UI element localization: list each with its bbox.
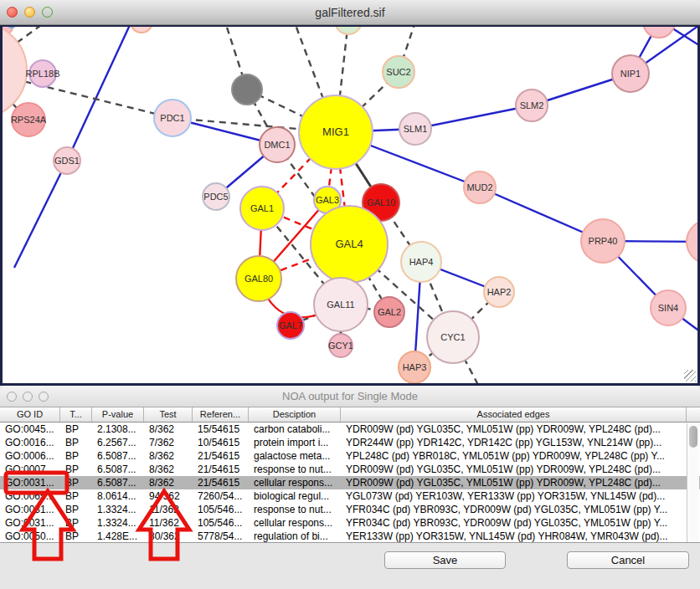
table-cell: GO:0031... [0,503,60,516]
table-cell: cellular respons... [249,516,341,530]
table-cell: GO:0031... [0,516,60,530]
table-cell: 1.428E... [92,530,144,543]
table-cell: 21/54615 [193,476,249,489]
table-row[interactable]: GO:0016...BP6.2567...7/36210/54615protei… [0,436,700,449]
graph-node-label: PDC5 [203,192,228,202]
graph-node-label: GAL1 [250,203,274,213]
graph-node[interactable] [643,27,675,38]
table-row[interactable]: GO:0006...BP6.5087...8/36221/54615galact… [0,449,700,463]
scrollbar-thumb[interactable] [689,426,697,448]
column-header-associated-edges[interactable]: Associated edges [341,407,687,422]
table-cell: GO:0016... [0,436,60,449]
table-cell: BP [60,436,92,449]
table-row[interactable]: GO:0045...BP2.1308...8/36215/54615carbon… [0,423,700,436]
table-cell: cellular respons... [249,476,341,489]
column-header-spacer [687,407,700,422]
graph-node-label: GAL10 [367,197,395,207]
graph-node-label: MUD2 [466,182,492,192]
table-cell: YDR244W (pp) YDR142C, YDR142C (pp) YGL15… [341,436,687,449]
graph-edge [415,105,532,129]
noa-window-titlebar[interactable]: NOA output for Single Mode [0,386,700,407]
table-cell: 6.5087... [92,463,144,476]
graph-node-label: GAL4 [335,238,363,250]
screen: galFiltered.sif RPL18BRPS24AGDS1PDC1MIG1… [0,0,700,589]
table-cell: BP [60,476,92,489]
graph-node-label: RPS24A [11,115,47,125]
table-cell: protein import i... [249,436,341,449]
table-cell: BP [60,449,92,463]
table-cell: YER133W (pp) YOR315W, YNL145W (pd) YHR08… [341,530,687,543]
network-view-frame: RPL18BRPS24AGDS1PDC1MIG1DMC1SUC2SLM1SLM2… [0,25,700,386]
network-window-titlebar[interactable]: galFiltered.sif [0,0,700,25]
graph-node-label: SIN4 [658,303,678,313]
graph-node-label: SLM1 [404,124,428,134]
table-cell: galactose meta... [249,449,341,463]
table-row[interactable]: GO:0031...BP6.5087...8/36221/54615cellul… [0,476,700,489]
graph-node-label: NIP1 [620,69,641,79]
table-cell: BP [60,423,92,436]
table-cell: 8/362 [144,476,193,489]
graph-node-label: PRP40 [589,236,618,246]
table-row[interactable]: GO:0031...BP1.3324...11/362105/546...res… [0,503,700,516]
graph-node-label: GAL11 [327,300,354,310]
table-row[interactable]: GO:0031...BP1.3324...11/362105/546...cel… [0,516,700,530]
graph-node-label: HAP4 [409,257,434,267]
column-header-t-[interactable]: T... [60,407,92,422]
table-cell: carbon cataboli... [249,423,341,436]
table-cell: 94/362 [144,489,193,503]
table-cell: response to nut... [249,463,341,476]
table-row[interactable]: GO:0065...BP8.0614...94/3627260/54...bio… [0,489,700,503]
table-cell: 6.5087... [92,476,144,489]
graph-node[interactable] [335,27,362,34]
table-cell: YDR009W (pd) YGL035C, YML051W (pp) YDR00… [341,463,687,476]
table-cell: 105/546... [193,516,249,530]
table-cell: 8.0614... [92,489,144,503]
graph-node-label: DMC1 [264,140,290,150]
table-cell: 1.3324... [92,516,144,530]
graph-node[interactable] [131,27,152,33]
network-canvas[interactable]: RPL18BRPS24AGDS1PDC1MIG1DMC1SUC2SLM1SLM2… [3,27,697,383]
table-cell: 7260/54... [193,489,249,503]
noa-output-window: NOA output for Single Mode GO IDT...P-va… [0,386,700,589]
cancel-button[interactable]: Cancel [567,551,689,569]
graph-node-label: MIG1 [322,125,349,138]
graph-node[interactable] [8,27,16,28]
noa-window-title: NOA output for Single Mode [0,390,700,402]
table-cell: 1.3324... [92,503,144,516]
table-row[interactable]: GO:0007...BP6.5087...8/36221/54615respon… [0,463,700,476]
column-header-desciption[interactable]: Desciption [249,407,341,422]
graph-node[interactable] [232,74,262,105]
graph-node-label: RPL18B [26,69,60,79]
resize-grip-icon[interactable] [684,370,696,382]
table-cell: BP [60,489,92,503]
table-cell: response to nut... [249,503,341,516]
column-header-go-id[interactable]: GO ID [0,407,60,422]
graph-node-label: CYC1 [440,332,465,342]
column-header-test[interactable]: Test [144,407,193,422]
table-cell: GO:0007... [0,463,60,476]
graph-node-label: GAL2 [378,307,401,317]
column-header-referen-[interactable]: Referen... [193,407,249,422]
table-cell: 8/362 [144,423,193,436]
graph-node-label: GAL3 [316,195,339,205]
table-cell: 21/54615 [193,463,249,476]
table-cell: BP [60,463,92,476]
table-cell: GO:0050... [0,530,60,543]
graph-node-label: GDS1 [54,156,80,166]
table-scrollbar[interactable] [687,423,699,542]
table-cell: 11/362 [144,503,193,516]
save-button[interactable]: Save [384,551,506,569]
graph-node-label: GAL7 [279,320,302,330]
table-cell: BP [60,516,92,530]
table-cell: YFR034C (pd) YBR093C, YDR009W (pd) YGL03… [341,516,687,530]
table-cell: regulation of bi... [249,530,341,543]
table-cell: BP [60,530,92,543]
column-header-p-value[interactable]: P-value [92,407,144,422]
graph-node-label: GCY1 [328,341,353,351]
graph-edge [14,161,67,268]
table-cell: 2.1308... [92,423,144,436]
graph-node-msi[interactable] [687,220,697,264]
table-cell: YGL073W (pd) YER103W, YER133W (pp) YOR31… [341,489,687,503]
table-row[interactable]: GO:0050...BP1.428E...80/3625778/54...reg… [0,530,700,543]
results-table-header[interactable]: GO IDT...P-valueTestReferen...Desciption… [0,407,700,423]
